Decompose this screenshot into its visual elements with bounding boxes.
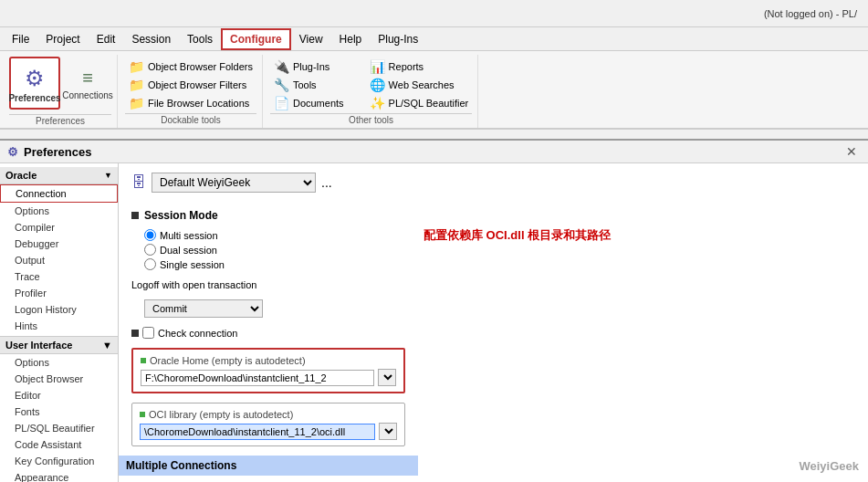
menu-project[interactable]: Project <box>37 29 88 49</box>
documents-icon: 📄 <box>274 96 289 110</box>
menu-bar: File Project Edit Session Tools Configur… <box>0 27 868 51</box>
beautifier-icon: ✨ <box>370 96 385 110</box>
obj-browser-folders-btn[interactable]: 📁 Object Browser Folders <box>125 58 256 75</box>
menu-help[interactable]: Help <box>331 29 371 49</box>
web-searches-icon: 🌐 <box>370 78 385 92</box>
web-searches-label: Web Searches <box>389 79 455 90</box>
plsql-beautifier-label: PL/SQL Beautifier <box>389 98 469 109</box>
menu-plugins[interactable]: Plug-Ins <box>370 29 426 49</box>
preferences-button[interactable]: ⚙ Preferences <box>9 57 60 110</box>
menu-file[interactable]: File <box>4 29 37 49</box>
menu-view[interactable]: View <box>291 29 331 49</box>
other-tools-col2: 📊 Reports 🌐 Web Searches ✨ PL/SQL Beauti… <box>366 57 473 111</box>
other-tools-col1: 🔌 Plug-Ins 🔧 Tools 📄 Documents <box>270 57 348 111</box>
tools-icon: 🔧 <box>274 78 289 92</box>
preferences-label: Preferences <box>8 93 60 103</box>
menu-session[interactable]: Session <box>123 29 179 49</box>
tools-label: Tools <box>293 79 317 90</box>
title-bar: (Not logged on) - PL/ <box>0 0 868 27</box>
ribbon-group-other: 🔌 Plug-Ins 🔧 Tools 📄 Documents 📊 Reports <box>265 55 478 128</box>
folder-icon-2: 📁 <box>129 78 144 92</box>
connections-button[interactable]: ≡ Connections <box>64 57 111 110</box>
obj-browser-filters-label: Object Browser Filters <box>148 79 246 90</box>
ribbon-group-preferences: ⚙ Preferences ≡ Connections Preferences <box>4 55 118 128</box>
file-browser-locations-label: File Browser Locations <box>148 98 249 109</box>
ribbon: ⚙ Preferences ≡ Connections Preferences … <box>0 51 868 130</box>
folder-icon-1: 📁 <box>129 59 144 74</box>
menu-configure[interactable]: Configure <box>221 28 291 50</box>
ribbon-group-buttons: ⚙ Preferences ≡ Connections <box>9 57 111 112</box>
reports-label: Reports <box>389 61 424 72</box>
connections-icon: ≡ <box>82 68 93 89</box>
documents-btn[interactable]: 📄 Documents <box>270 95 348 111</box>
ribbon-group-label-dockable: Dockable tools <box>125 113 256 125</box>
menu-edit[interactable]: Edit <box>89 29 124 49</box>
web-searches-btn[interactable]: 🌐 Web Searches <box>366 77 473 93</box>
preferences-icon: ⚙ <box>25 66 45 91</box>
other-tools-cols: 🔌 Plug-Ins 🔧 Tools 📄 Documents 📊 Reports <box>270 57 472 111</box>
connections-label: Connections <box>62 90 113 100</box>
ribbon-group-label-other: Other tools <box>270 113 472 125</box>
reports-icon: 📊 <box>370 59 385 74</box>
plugin-icon: 🔌 <box>274 59 289 74</box>
ribbon-group-label-preferences: Preferences <box>9 114 111 126</box>
ribbon-group-dockable: 📁 Object Browser Folders 📁 Object Browse… <box>120 55 263 128</box>
tools-btn[interactable]: 🔧 Tools <box>270 77 348 93</box>
plsql-beautifier-btn[interactable]: ✨ PL/SQL Beautifier <box>366 95 473 111</box>
file-browser-locations-btn[interactable]: 📁 File Browser Locations <box>125 95 256 111</box>
plug-ins-btn[interactable]: 🔌 Plug-Ins <box>270 58 348 75</box>
obj-browser-filters-btn[interactable]: 📁 Object Browser Filters <box>125 77 256 93</box>
folder-icon-3: 📁 <box>129 96 144 110</box>
reports-btn[interactable]: 📊 Reports <box>366 58 473 75</box>
menu-tools[interactable]: Tools <box>179 29 221 49</box>
dockable-items: 📁 Object Browser Folders 📁 Object Browse… <box>125 57 256 111</box>
obj-browser-folders-label: Object Browser Folders <box>148 61 253 72</box>
plug-ins-label: Plug-Ins <box>293 61 329 72</box>
documents-label: Documents <box>293 98 344 109</box>
title-text: (Not logged on) - PL/ <box>764 8 857 19</box>
